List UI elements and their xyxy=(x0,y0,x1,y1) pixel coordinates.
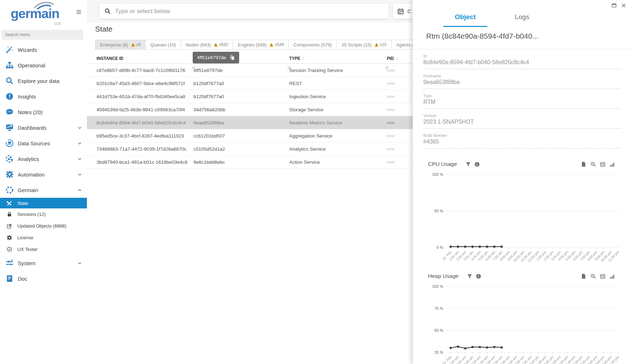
chevron-down-icon xyxy=(77,125,82,130)
alert-circle-icon xyxy=(6,93,13,100)
chevron-up-icon xyxy=(77,188,82,192)
calendar-icon[interactable] xyxy=(600,274,605,279)
sidebar-item-operational[interactable]: Operational xyxy=(0,57,87,73)
edit-icon xyxy=(7,223,12,229)
date-range-label: C xyxy=(407,8,411,14)
sidebar-item-dashboards[interactable]: Dashboards xyxy=(0,120,87,135)
category-tabs: Enterprise (8)x8Queues (10)Nodes (643)x6… xyxy=(95,40,431,50)
sidebar-subitem-sessions-12-[interactable]: Sessions (12) xyxy=(0,208,87,220)
warning-icon xyxy=(131,43,136,47)
sidebar-search-input[interactable] xyxy=(1,30,83,40)
window-restore-icon[interactable] xyxy=(611,3,617,8)
sidebar-item-notes-20-[interactable]: Notes (20) xyxy=(0,104,87,120)
sort-icon[interactable] xyxy=(125,56,128,61)
filter-icon[interactable] xyxy=(466,162,471,167)
warning-count: x549 xyxy=(275,42,284,47)
sidebar-subitem-updated-objects-6888-[interactable]: Updated Objects (6888) xyxy=(0,220,87,232)
sort-icon[interactable] xyxy=(395,56,399,61)
field-label: Type xyxy=(423,94,621,98)
chevron-down-icon xyxy=(77,157,82,161)
wand-icon xyxy=(6,46,13,54)
svg-text:50 %: 50 % xyxy=(434,209,443,213)
sidebar-subitem-label: UX Tester xyxy=(17,247,38,252)
calendar-icon[interactable] xyxy=(600,162,605,167)
field-hostname: Hostname9eaa653f88ba xyxy=(423,69,621,89)
sidebar-item-label: Data Sources xyxy=(18,140,50,146)
sidebar-item-label: Doc xyxy=(18,276,27,282)
sidebar-subitem-label: License xyxy=(17,235,33,240)
gear-icon xyxy=(7,235,12,240)
dashed-circle-icon xyxy=(6,186,13,194)
sidebar-item-germain[interactable]: Germain xyxy=(0,182,87,198)
sidebar-item-insights[interactable]: Insights xyxy=(0,89,87,104)
field-value: RTM xyxy=(423,99,621,105)
cell-type: Realtime Metrics Service xyxy=(289,120,387,125)
sidebar-item-wizards[interactable]: Wizards xyxy=(0,42,87,57)
sidebar-subitem-ux-tester[interactable]: UX Tester xyxy=(0,243,87,255)
tab-label: Nodes (643) xyxy=(186,42,211,47)
info-icon[interactable] xyxy=(476,274,481,279)
sidebar-item-label: Explore your data xyxy=(18,78,60,84)
lock-icon xyxy=(7,212,12,217)
chevron-down-icon xyxy=(77,261,82,265)
svg-text:100 %: 100 % xyxy=(432,172,443,177)
tab-components-579-[interactable]: Components (579) xyxy=(288,40,337,50)
info-icon[interactable] xyxy=(474,162,480,167)
cell-type: Storage Service xyxy=(289,107,387,112)
page-title: State xyxy=(95,25,112,33)
bars-icon[interactable] xyxy=(610,162,615,167)
hamburger-icon[interactable] xyxy=(76,9,82,15)
sidebar-item-system[interactable]: System xyxy=(0,255,87,271)
database-icon xyxy=(6,139,13,147)
sidebar-item-label: Germain xyxy=(18,187,38,193)
sidebar-item-automation[interactable]: Automation xyxy=(0,167,87,182)
sort-icon[interactable] xyxy=(302,56,305,61)
csv-icon[interactable]: CSV xyxy=(581,162,586,167)
zoom-in-icon[interactable] xyxy=(590,162,596,167)
tab-js-scripts-15-[interactable]: JS Scripts (15)x15 xyxy=(336,40,392,50)
panel-tab-object[interactable]: Object xyxy=(437,10,494,27)
bars-icon[interactable] xyxy=(610,274,615,279)
column-header-instance-id[interactable]: INSTANCE ID xyxy=(87,56,193,61)
svg-text:0 %: 0 % xyxy=(436,245,443,250)
panel-tab-logs[interactable]: Logs xyxy=(494,10,550,27)
sidebar-item-explore-your-data[interactable]: Explore your data xyxy=(0,73,87,89)
tools-icon xyxy=(7,201,12,206)
tab-queues-10-[interactable]: Queues (10) xyxy=(145,40,181,50)
sidebar-subitem-state[interactable]: State xyxy=(0,198,87,208)
tab-label: Queues (10) xyxy=(150,42,176,47)
column-header-label: TYPE xyxy=(289,56,300,61)
panel-window-controls xyxy=(611,3,626,8)
cell-type: Action Service xyxy=(289,159,387,165)
column-header-type[interactable]: TYPE xyxy=(289,56,387,61)
chart-header: Heap UsageCSV xyxy=(413,271,632,281)
sidebar-subitem-license[interactable]: License xyxy=(0,232,87,243)
svg-text:75 %: 75 % xyxy=(434,306,443,310)
column-resize-handle[interactable] xyxy=(385,65,389,68)
warning-icon xyxy=(269,43,274,47)
sitemap-icon xyxy=(6,61,13,69)
global-search-input[interactable] xyxy=(115,8,383,15)
copy-icon[interactable] xyxy=(230,55,235,60)
csv-icon[interactable]: CSV xyxy=(581,274,586,279)
sidebar-item-data-sources[interactable]: Data Sources xyxy=(0,135,87,151)
filter-icon[interactable] xyxy=(467,274,472,279)
sidebar-item-doc[interactable]: Doc xyxy=(0,271,87,286)
sidebar-item-label: Dashboards xyxy=(18,125,46,131)
calendar-icon xyxy=(397,8,404,15)
logo-swoosh-icon xyxy=(33,1,55,11)
field-label: Hostname xyxy=(423,74,621,78)
gear-icon xyxy=(6,170,13,178)
dashboard-icon xyxy=(6,124,13,131)
column-resize-handle[interactable] xyxy=(287,65,291,68)
tab-engines-549-[interactable]: Engines (549)x549 xyxy=(233,40,289,50)
tab-nodes-643-[interactable]: Nodes (643)x642 xyxy=(181,40,233,50)
close-icon[interactable] xyxy=(621,3,626,8)
cell-hostname: b120df7677a0 xyxy=(193,94,289,99)
svg-text:50 %: 50 % xyxy=(434,328,443,332)
tab-enterprise-8-[interactable]: Enterprise (8)x8 xyxy=(95,40,145,50)
sidebar-item-label: Automation xyxy=(18,172,45,178)
sidebar-item-analytics[interactable]: Analytics xyxy=(0,151,87,167)
zoom-in-icon[interactable] xyxy=(590,274,596,279)
column-resize-handle[interactable] xyxy=(192,65,195,68)
